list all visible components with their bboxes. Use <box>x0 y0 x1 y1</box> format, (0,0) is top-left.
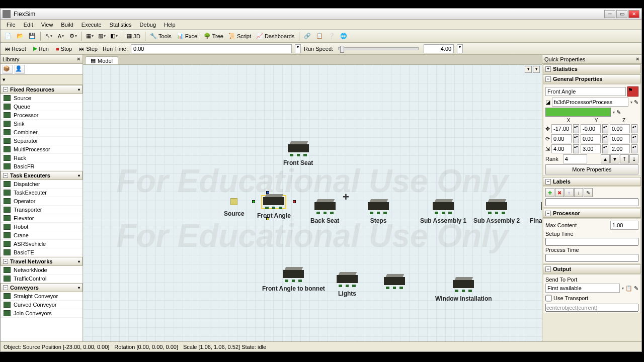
max-content-input[interactable] <box>610 221 638 230</box>
labels-field[interactable] <box>545 198 638 206</box>
lib-item[interactable]: Dispatcher <box>1 180 83 189</box>
canvas-object-sa2[interactable]: Sub Assembly 2 <box>473 202 520 224</box>
send-to-dropdown[interactable]: ▾ <box>622 286 624 291</box>
stop-button[interactable]: ■ Stop <box>54 44 74 53</box>
lib-item[interactable]: NetworkNode <box>1 266 83 275</box>
lib-item[interactable]: Curved Conveyor <box>1 301 83 309</box>
menu-view[interactable]: View <box>38 21 56 29</box>
canvas-object-st[interactable]: Steps <box>368 202 389 224</box>
new-button[interactable]: 📄 <box>3 31 14 41</box>
general-properties-header[interactable]: −General Properties <box>543 74 641 83</box>
lib-item[interactable]: Robot <box>1 223 83 231</box>
shape-edit-icon[interactable]: ✎ <box>634 99 638 106</box>
more-properties-button[interactable]: More Properties <box>545 164 638 174</box>
web-button[interactable]: 🌐 <box>338 31 349 41</box>
select-tool-button[interactable]: ↖▾ <box>43 31 54 41</box>
object-name-input[interactable] <box>545 87 626 96</box>
3d-view-button[interactable]: ▦ 3D <box>125 31 142 41</box>
canvas-dropdown-1[interactable]: ▾ <box>525 66 532 73</box>
canvas-object-fa[interactable]: Front Angle <box>257 197 291 219</box>
canvas-object-fab[interactable]: Front Angle to bonnet <box>262 270 325 292</box>
open-button[interactable]: 📂 <box>15 31 26 41</box>
run-button[interactable]: ▶ Run <box>31 44 51 53</box>
canvas-object-un[interactable] <box>384 277 405 292</box>
save-button[interactable]: 💾 <box>27 31 38 41</box>
model-canvas[interactable]: ▾ ▾ For Educational Use Only For Educati… <box>83 65 542 341</box>
menu-build[interactable]: Build <box>58 21 76 29</box>
canvas-object-fs[interactable]: Front Seat <box>283 144 313 166</box>
connect-a-button[interactable]: A▾ <box>55 31 66 41</box>
lib-item[interactable]: Operator <box>1 197 83 206</box>
close-button[interactable]: ✕ <box>628 10 639 18</box>
lib-item[interactable]: Combiner <box>1 128 83 137</box>
scl-y-input[interactable] <box>581 144 601 153</box>
canvas-object-lg[interactable]: Lights <box>337 275 358 297</box>
menu-file[interactable]: File <box>4 21 19 29</box>
lib-section-header[interactable]: −Conveyors▾ <box>1 283 83 292</box>
lib-item[interactable]: BasicFR <box>1 162 83 171</box>
library-tab-flowitems[interactable]: 👤 <box>15 65 25 74</box>
menu-debug[interactable]: Debug <box>137 21 159 29</box>
process-time-input[interactable] <box>545 254 638 262</box>
rot-y-input[interactable] <box>581 134 601 143</box>
label-down-button[interactable]: ↓ <box>574 188 583 197</box>
statistics-header[interactable]: +Statistics <box>543 64 641 73</box>
rank-down-button[interactable]: ▼ <box>610 154 619 163</box>
lib-item[interactable]: TrafficControl <box>1 275 83 283</box>
tools-button[interactable]: 🔧 Tools <box>148 31 174 41</box>
output-header[interactable]: −Output <box>543 264 641 274</box>
canvas-object-sa1[interactable]: Sub Assembly 1 <box>420 202 466 224</box>
send-to-edit-icon[interactable]: ✎ <box>634 285 638 292</box>
library-close-icon[interactable]: ✕ <box>76 56 80 62</box>
snap-button[interactable]: ▧▾ <box>96 31 107 41</box>
lib-item[interactable]: Processor <box>1 111 83 120</box>
menu-edit[interactable]: Edit <box>21 21 36 29</box>
labels-header[interactable]: −Labels <box>543 177 641 186</box>
color-pick-icon[interactable]: ✎ <box>616 109 621 116</box>
lib-item[interactable]: Crane <box>1 231 83 240</box>
rot-z-input[interactable] <box>610 134 630 143</box>
label-up-button[interactable]: ↑ <box>565 188 574 197</box>
canvas-object-src[interactable]: Source <box>224 198 245 217</box>
maximize-button[interactable]: ▭ <box>616 10 627 18</box>
report-button[interactable]: 📋 <box>314 31 325 41</box>
send-to-list-icon[interactable]: 📋 <box>625 285 632 292</box>
library-tab-objects[interactable]: 📦 <box>3 65 13 74</box>
pos-x-input[interactable] <box>551 124 572 133</box>
rank-input[interactable] <box>563 154 587 163</box>
runspeed-slider[interactable] <box>338 47 419 50</box>
view-cube-button[interactable]: ◧▾ <box>108 31 119 41</box>
lib-item[interactable]: Elevator <box>1 214 83 223</box>
label-delete-button[interactable]: ✖ <box>555 188 564 197</box>
runspeed-value[interactable]: 4.00 <box>424 44 454 53</box>
lib-item[interactable]: Rack <box>1 154 83 162</box>
tab-model[interactable]: ▦ Model <box>85 56 118 64</box>
rank-top-button[interactable]: ⤒ <box>620 154 629 163</box>
scl-x-input[interactable] <box>551 144 572 153</box>
pos-y-input[interactable] <box>581 124 601 133</box>
lib-item[interactable]: Join Conveyors <box>1 309 83 318</box>
center-object-input[interactable] <box>545 304 638 312</box>
runtime-value[interactable]: 0.00 <box>131 44 292 53</box>
grid-plane-button[interactable]: ▦▾ <box>84 31 95 41</box>
color-bar[interactable] <box>545 108 611 117</box>
lib-item[interactable]: BasicTE <box>1 248 83 257</box>
lib-item[interactable]: ASRSvehicle <box>1 240 83 248</box>
canvas-object-wi[interactable]: Window Installation <box>435 280 492 302</box>
filter-icon[interactable]: ▾ <box>3 76 6 83</box>
tree-button[interactable]: 🌳 Tree <box>202 31 225 41</box>
scl-z-input[interactable] <box>610 144 630 153</box>
use-transport-checkbox[interactable] <box>545 294 552 303</box>
link-button[interactable]: 🔗 <box>302 31 313 41</box>
lib-item[interactable]: Transporter <box>1 206 83 214</box>
quick-properties-close-icon[interactable]: ✕ <box>635 56 639 62</box>
canvas-object-bs[interactable]: Back Seat <box>310 202 339 224</box>
runspeed-dropdown[interactable]: ▾ <box>457 44 463 53</box>
lib-item[interactable]: Queue <box>1 103 83 111</box>
label-add-button[interactable]: ✚ <box>545 188 554 197</box>
lib-item[interactable]: Straight Conveyor <box>1 292 83 301</box>
shape-path-input[interactable] <box>552 98 628 107</box>
lib-section-header[interactable]: −Travel Networks▾ <box>1 257 83 266</box>
pos-z-input[interactable] <box>610 124 630 133</box>
rank-up-button[interactable]: ▲ <box>601 154 610 163</box>
